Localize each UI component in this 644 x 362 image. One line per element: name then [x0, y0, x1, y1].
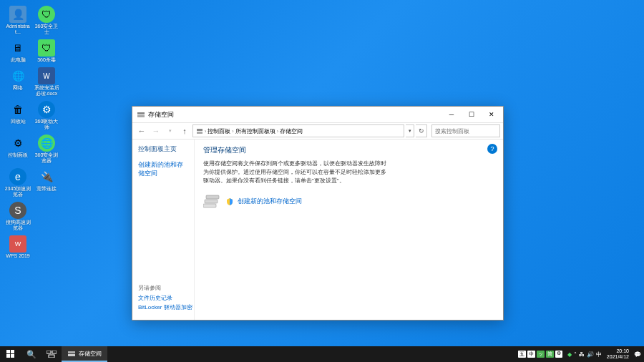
svg-rect-12	[52, 351, 57, 353]
taskview-button[interactable]	[42, 346, 62, 362]
svg-rect-9	[6, 354, 10, 358]
taskbar: 🔍 存储空间 五 中 ッ 简 ⚙ ◆ ˄ 🖧 🔊 中 20:10 2021/4/…	[0, 346, 644, 362]
tray-360-icon[interactable]: ◆	[567, 351, 572, 358]
desktop-icon-wps[interactable]: WWPS 2019	[4, 235, 31, 259]
help-button[interactable]: ?	[487, 144, 497, 154]
crumb-2[interactable]: 存储空间	[280, 127, 303, 135]
maximize-button[interactable]: ☐	[462, 107, 482, 122]
forward-button[interactable]: →	[150, 124, 162, 137]
page-heading: 管理存储空间	[203, 145, 494, 155]
main-pane: ? 管理存储空间 使用存储空间将文件保存到两个或更多驱动器，以便在驱动器发生故障…	[194, 140, 503, 320]
svg-rect-2	[197, 129, 203, 131]
recent-dropdown[interactable]: ▾	[164, 124, 177, 137]
desktop-icon-360av[interactable]: 🛡360杀毒	[33, 39, 60, 63]
svg-rect-15	[68, 354, 75, 356]
desktop: 👤Administrat... 🛡360安全卫士 🖥此电脑 🛡360杀毒 🌐网络…	[0, 0, 644, 346]
taskbar-storage-spaces[interactable]: 存储空间	[62, 346, 107, 362]
clock[interactable]: 20:10 2021/4/12	[604, 348, 632, 360]
window-body: 控制面板主页 创建新的池和存储空间 另请参阅 文件历史记录 BitLocker …	[132, 140, 503, 320]
svg-rect-10	[11, 354, 14, 358]
desktop-icon-network[interactable]: 🌐网络	[4, 67, 31, 97]
control-panel-window: 存储空间 ─ ☐ ✕ ← → ▾ ↑ › 控制面板 › 所有控制面板项 › 存储…	[132, 106, 504, 321]
desktop-icons: 👤Administrat... 🛡360安全卫士 🖥此电脑 🛡360杀毒 🌐网络…	[4, 6, 60, 259]
tray-notifications-icon[interactable]: 💬	[634, 351, 641, 358]
svg-rect-4	[206, 195, 219, 199]
desktop-icon-controlpanel[interactable]: ⚙控制面板	[4, 134, 31, 164]
page-description: 使用存储空间将文件保存到两个或更多驱动器，以便在驱动器发生故障时为你提供保护。通…	[203, 160, 389, 185]
tray-up-icon[interactable]: ˄	[574, 351, 577, 358]
create-action: 创建新的池和存储空间	[203, 194, 494, 210]
search-input[interactable]	[431, 124, 500, 137]
back-button[interactable]: ←	[135, 124, 148, 137]
search-button[interactable]: 🔍	[21, 346, 42, 362]
svg-rect-8	[11, 350, 14, 353]
tray-ime-icon[interactable]: 中	[596, 351, 602, 358]
svg-rect-13	[49, 355, 54, 358]
tray-network-icon[interactable]: 🖧	[579, 351, 585, 358]
svg-rect-0	[137, 112, 145, 114]
up-button[interactable]: ↑	[178, 124, 191, 137]
crumb-0[interactable]: 控制面板	[208, 127, 230, 135]
minimize-button[interactable]: ─	[441, 107, 462, 122]
system-tray: 五 中 ッ 简 ⚙ ◆ ˄ 🖧 🔊 中 20:10 2021/4/12 💬	[515, 346, 644, 362]
breadcrumb[interactable]: › 控制面板 › 所有控制面板项 › 存储空间	[192, 124, 404, 137]
desktop-icon-360driver[interactable]: ⚙360驱动大师	[33, 101, 60, 130]
tray-volume-icon[interactable]: 🔊	[587, 351, 594, 358]
sidebar: 控制面板主页 创建新的池和存储空间 另请参阅 文件历史记录 BitLocker …	[132, 140, 194, 320]
sidebar-create-pool[interactable]: 创建新的池和存储空间	[138, 161, 188, 178]
svg-rect-5	[205, 200, 218, 203]
desktop-icon-readme[interactable]: W系统安装后必读.docx	[33, 67, 60, 97]
svg-rect-6	[203, 204, 216, 207]
see-also: 另请参阅 文件历史记录 BitLocker 驱动器加密	[138, 284, 192, 313]
breadcrumb-icon	[196, 127, 203, 134]
shield-icon	[226, 198, 233, 205]
svg-rect-11	[47, 351, 51, 353]
refresh-button[interactable]: ↻	[416, 124, 427, 137]
ime-panel[interactable]: 五 中 ッ 简 ⚙	[518, 351, 562, 358]
crumb-1[interactable]: 所有控制面板项	[235, 127, 275, 135]
svg-rect-14	[68, 351, 75, 353]
desktop-icon-recycle[interactable]: 🗑回收站	[4, 101, 31, 130]
titlebar[interactable]: 存储空间 ─ ☐ ✕	[132, 107, 503, 122]
svg-rect-7	[6, 350, 10, 353]
start-button[interactable]	[0, 346, 21, 362]
desktop-icon-broadband[interactable]: 🔌宽带连接	[33, 168, 60, 197]
create-pool-link[interactable]: 创建新的池和存储空间	[238, 197, 302, 206]
see-also-header: 另请参阅	[138, 284, 192, 292]
sidebar-home[interactable]: 控制面板主页	[138, 145, 188, 154]
svg-rect-1	[137, 115, 145, 117]
drives-icon	[203, 194, 222, 210]
desktop-icon-thispc[interactable]: 🖥此电脑	[4, 39, 31, 63]
address-dropdown[interactable]: ▾	[406, 124, 414, 137]
link-bitlocker[interactable]: BitLocker 驱动器加密	[138, 303, 192, 311]
desktop-icon-2345[interactable]: e2345加速浏览器	[4, 168, 31, 197]
desktop-icon-360browser[interactable]: 🌐360安全浏览器	[33, 134, 60, 164]
window-title: 存储空间	[148, 110, 174, 119]
desktop-icon-administrator[interactable]: 👤Administrat...	[4, 6, 31, 35]
desktop-icon-360safe[interactable]: 🛡360安全卫士	[33, 6, 60, 35]
link-file-history[interactable]: 文件历史记录	[138, 294, 192, 302]
window-icon	[137, 110, 145, 119]
desktop-icon-sogou[interactable]: S搜狗高速浏览器	[4, 202, 31, 231]
close-button[interactable]: ✕	[482, 107, 502, 122]
address-bar: ← → ▾ ↑ › 控制面板 › 所有控制面板项 › 存储空间 ▾ ↻	[132, 122, 503, 140]
svg-rect-3	[197, 132, 203, 134]
